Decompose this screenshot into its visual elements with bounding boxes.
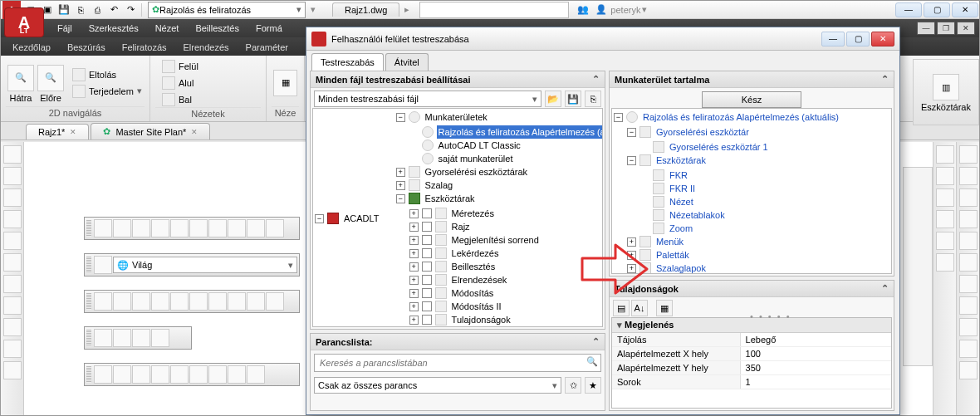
move-icon[interactable] [959,253,978,272]
mdi-minimize-button[interactable]: — [917,22,935,35]
ribbon-tab-parametric[interactable]: Paraméter [238,39,296,56]
dialog-minimize-button[interactable]: — [821,32,845,46]
save-cui-icon[interactable]: 💾 [565,91,581,107]
offset-icon[interactable] [959,210,978,228]
viewports-toolbar[interactable] [84,326,192,350]
workspace-combo[interactable]: ✿ Rajzolás és feliratozás ▾ [148,2,306,18]
qat-undo-icon[interactable]: ↶ [106,2,121,17]
prop-value[interactable]: 1 [741,375,891,389]
find-command-icon[interactable]: ★ [585,377,601,394]
circle-icon[interactable] [3,188,22,207]
dialog-titlebar[interactable]: Felhasználói felület testreszabása — ▢ ✕ [306,27,899,51]
menu-file[interactable]: Fájl [49,23,81,33]
dialog-tab-customize[interactable]: Testreszabás [311,53,384,71]
workspace-contents-tree[interactable]: −Rajzolás és feliratozás Alapértelmezés … [611,108,892,274]
menu-edit[interactable]: Szerkesztés [81,23,147,33]
join-icon[interactable] [936,253,954,272]
qat-saveas-icon[interactable]: ⎘ [73,2,88,17]
qat-plot-icon[interactable]: ⎙ [90,2,105,17]
checkbox[interactable] [422,235,432,245]
rotate-icon[interactable] [959,275,978,293]
collapse-icon[interactable]: ⌃ [592,336,600,347]
mdi-close-button[interactable]: ✕ [957,22,975,35]
checkbox[interactable] [422,262,432,272]
nav-extent-button[interactable]: Terjedelem▾ [69,84,145,99]
ucs-toolbar[interactable] [84,217,300,240]
table-icon[interactable] [3,361,22,379]
polyline-icon[interactable] [3,167,22,185]
drawing-tab-1[interactable]: Rajz1*✕ [26,124,89,139]
viewport-config-button[interactable]: ▦ [273,70,297,96]
customizations-tree[interactable]: −ACADLT −Munkaterületek Rajzolás és feli… [312,108,603,327]
checkbox[interactable] [422,208,432,218]
dialog-maximize-button[interactable]: ▢ [846,32,870,46]
qat-save-icon[interactable]: 💾 [56,2,71,17]
open-cui-icon[interactable]: 📂 [545,91,561,107]
ribbon-tab-layout[interactable]: Elrendezés [175,39,238,56]
checkbox[interactable] [422,248,432,258]
mirror-icon[interactable] [959,188,978,207]
copy-icon[interactable] [959,167,978,185]
text-icon[interactable] [3,296,22,315]
command-search-input[interactable] [314,354,601,372]
point-icon[interactable] [3,318,22,336]
cui-file-combo[interactable]: Minden testreszabási fájl▾ [314,91,541,107]
infocenter-search[interactable] [419,2,569,18]
dialog-tab-transfer[interactable]: Átvitel [385,53,429,71]
ribbon-tab-insert[interactable]: Beszúrás [59,39,114,56]
checkbox[interactable] [422,222,432,232]
stretch-icon[interactable] [959,318,978,336]
navigation-bar[interactable] [903,167,933,366]
chamfer-icon[interactable] [936,167,954,185]
nav-pan-button[interactable]: Eltolás [69,67,145,82]
window-close-button[interactable]: ✕ [952,2,978,17]
array-icon[interactable] [959,232,978,250]
erase-icon[interactable] [959,145,978,164]
ribbon-tab-annotate[interactable]: Feliratozás [114,39,175,56]
qat-redo-icon[interactable]: ↷ [123,2,138,17]
collapse-icon[interactable]: ⌃ [592,74,600,85]
save-all-cui-icon[interactable]: ⎘ [585,91,601,107]
hatch-icon[interactable] [3,275,22,293]
mdi-restore-button[interactable]: ❐ [937,22,955,35]
alphabetical-icon[interactable]: A↓ [631,300,648,316]
done-button[interactable]: Kész [702,91,801,108]
drawing-tab-2[interactable]: ✿Master Site Plan*✕ [91,123,210,139]
menu-view[interactable]: Nézet [147,23,188,33]
prop-restore-icon[interactable]: ▦ [656,300,673,316]
splitter-grip[interactable]: • • • • • [750,311,791,321]
prop-value[interactable]: 350 [741,361,891,374]
ucs-combo[interactable]: 🌐Világ▾ [113,257,297,273]
chevron-right-icon[interactable]: ▸ [404,4,409,15]
categorized-icon[interactable]: ▤ [613,300,630,316]
line-icon[interactable] [3,145,22,164]
fillet-icon[interactable] [936,145,954,164]
prop-value[interactable]: Lebegő [741,333,891,346]
properties-grid[interactable]: Megjelenés TájolásLebegőAlapértelmezett … [611,317,892,409]
rectangle-icon[interactable] [3,232,22,250]
close-icon[interactable]: ✕ [70,128,76,136]
checkbox[interactable] [422,301,432,311]
application-menu-button[interactable]: ALT [4,7,44,37]
ucs-icon[interactable] [94,219,112,237]
break-icon[interactable] [936,232,954,250]
view-bottom-button[interactable]: Alul [159,76,202,91]
ellipse-icon[interactable] [3,253,22,272]
toolbars-button[interactable]: ▥ [933,74,959,100]
arc-icon[interactable] [3,210,22,228]
dialog-close-button[interactable]: ✕ [871,32,894,46]
command-filter-combo[interactable]: Csak az összes parancs▾ [314,377,561,394]
explode-icon[interactable] [936,188,954,207]
zoom-toolbar[interactable] [84,363,300,386]
menu-insert[interactable]: Beillesztés [187,23,247,33]
collapse-icon[interactable]: ⌃ [881,74,889,85]
document-tab[interactable]: Rajz1.dwg [332,2,399,17]
ucs2-toolbar[interactable]: 🌐Világ▾ [84,253,300,277]
ribbon-tab-home[interactable]: Kezdőlap [4,39,59,56]
close-icon[interactable]: ✕ [191,128,198,136]
search-icon[interactable]: 🔍 [586,356,598,367]
align-icon[interactable] [936,210,954,228]
view-top-button[interactable]: Felül [159,59,202,74]
prop-value[interactable]: 100 [741,347,891,360]
window-maximize-button[interactable]: ▢ [924,2,950,17]
